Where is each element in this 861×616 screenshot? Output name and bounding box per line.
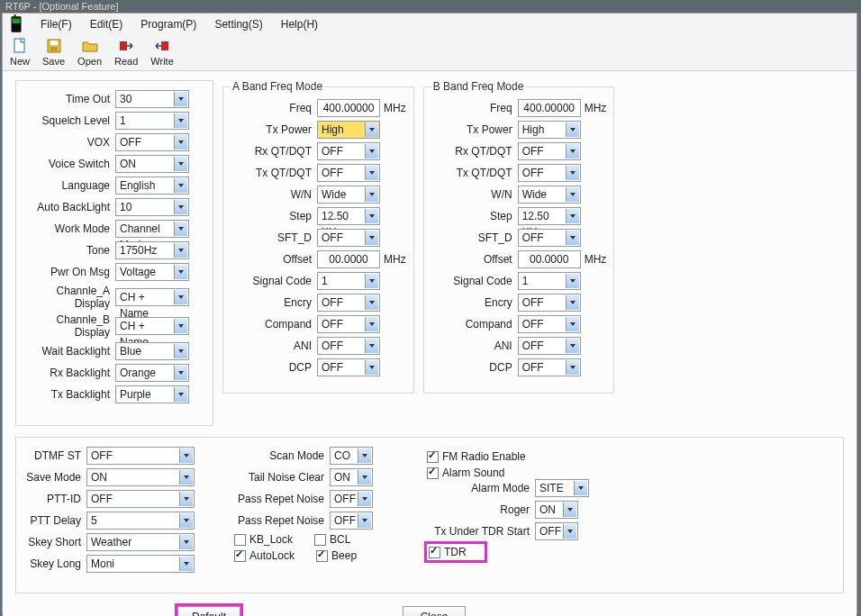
a-lbl-wn: W/N	[231, 188, 317, 201]
combo-time-out[interactable]: 30	[115, 90, 189, 108]
a-lbl-signal: Signal Code	[231, 275, 317, 287]
lbl-vox: VOX	[22, 136, 115, 149]
lbl-ptt-delay: PTT Delay	[23, 514, 86, 527]
a-combo-wn[interactable]: Wide	[317, 186, 380, 204]
b-combo-encry[interactable]: OFF	[518, 294, 581, 312]
a-combo-signal[interactable]: 1	[317, 272, 380, 290]
combo-language[interactable]: English	[115, 177, 189, 195]
combo-roger[interactable]: ON	[535, 501, 578, 519]
dialog-buttons: Default Close	[177, 606, 844, 616]
b-lbl-offset: Offset	[431, 253, 518, 266]
b-combo-tx-power[interactable]: High	[518, 121, 581, 139]
a-lbl-tx-power: Tx Power	[231, 123, 317, 136]
b-offset-input[interactable]: 00.0000	[518, 250, 581, 268]
close-button[interactable]: Close	[403, 606, 466, 616]
menu-program[interactable]: Program(P)	[131, 15, 205, 33]
b-combo-sft-d[interactable]: OFF	[518, 229, 581, 247]
b-combo-dcp[interactable]: OFF	[518, 358, 581, 376]
a-combo-ani[interactable]: OFF	[317, 337, 380, 355]
combo-save-mode[interactable]: ON	[86, 468, 195, 486]
a-lbl-sft-d: SFT_D	[231, 231, 317, 244]
combo-skey-short[interactable]: Weather	[86, 533, 195, 551]
a-combo-compand[interactable]: OFF	[317, 315, 380, 333]
combo-pass-repet2[interactable]: OFF	[330, 512, 373, 530]
combo-dtmf-st[interactable]: OFF	[86, 447, 195, 465]
default-button[interactable]: Default	[177, 606, 240, 616]
combo-pass-repet1[interactable]: OFF	[330, 490, 373, 508]
combo-rx-backlight[interactable]: Orange	[115, 364, 189, 382]
b-combo-step[interactable]: 12.50 KHz	[518, 207, 581, 225]
tool-write[interactable]: Write	[150, 37, 173, 67]
combo-alarm-mode[interactable]: SITE	[535, 479, 589, 497]
b-combo-signal[interactable]: 1	[518, 272, 581, 290]
svg-rect-5	[50, 41, 58, 45]
check-alarm-sound-lbl: Alarm Sound	[442, 467, 504, 479]
lbl-pass-repet1: Pass Repet Noise	[234, 493, 330, 505]
a-combo-rx-qt[interactable]: OFF	[317, 142, 380, 160]
combo-chan-b-display[interactable]: CH + Name	[115, 317, 189, 335]
lbl-wait-backlight: Wait Backlight	[22, 345, 115, 358]
combo-tx-tdr-start[interactable]: OFF	[535, 522, 578, 540]
combo-work-mode[interactable]: Channel Mode	[115, 220, 189, 238]
lbl-save-mode: Save Mode	[23, 471, 86, 484]
a-freq-input[interactable]: 400.00000	[317, 99, 380, 117]
a-combo-tx-qt[interactable]: OFF	[317, 164, 380, 182]
b-freq-input[interactable]: 400.00000	[518, 99, 581, 117]
check-autolock[interactable]: AutoLock	[234, 549, 295, 562]
combo-scan-mode[interactable]: CO	[330, 447, 373, 465]
a-band-group: A Band Freq Mode Freq400.00000MHz Tx Pow…	[222, 80, 414, 394]
a-combo-dcp[interactable]: OFF	[317, 358, 380, 376]
b-combo-tx-qt[interactable]: OFF	[518, 164, 581, 182]
combo-squelch[interactable]: 1	[115, 112, 189, 130]
menu-file[interactable]: File(F)	[32, 15, 81, 33]
lbl-skey-long: Skey Long	[23, 557, 86, 570]
lbl-time-out: Time Out	[22, 93, 115, 105]
check-tdr[interactable]: TDR	[427, 544, 485, 560]
check-beep-lbl: Beep	[331, 549, 357, 562]
a-combo-sft-d[interactable]: OFF	[317, 229, 380, 247]
check-beep[interactable]: Beep	[316, 549, 357, 562]
combo-tx-backlight[interactable]: Purple	[115, 385, 189, 403]
lbl-alarm-mode: Alarm Mode	[427, 482, 535, 494]
check-kb-lock[interactable]: KB_Lock	[234, 533, 293, 546]
combo-ptt-delay[interactable]: 5	[86, 512, 195, 530]
lbl-dtmf-st: DTMF ST	[23, 449, 86, 462]
b-combo-wn[interactable]: Wide	[518, 186, 581, 204]
tool-read[interactable]: Read	[114, 37, 138, 67]
tool-read-label: Read	[114, 56, 138, 67]
a-offset-input[interactable]: 00.0000	[317, 250, 380, 268]
tool-new[interactable]: New	[10, 37, 30, 67]
combo-chan-a-display[interactable]: CH + Name	[115, 288, 189, 306]
b-combo-compand[interactable]: OFF	[518, 315, 581, 333]
svg-rect-6	[50, 47, 58, 51]
combo-skey-long[interactable]: Moni	[86, 555, 195, 573]
tool-save[interactable]: Save	[42, 37, 65, 67]
b-lbl-signal: Signal Code	[431, 275, 518, 287]
check-bcl[interactable]: BCL	[314, 533, 350, 546]
menu-edit[interactable]: Edit(E)	[81, 15, 132, 33]
a-combo-encry[interactable]: OFF	[317, 294, 380, 312]
combo-tail-noise[interactable]: ON	[330, 468, 373, 486]
a-combo-tx-power[interactable]: High	[317, 121, 380, 139]
b-combo-ani[interactable]: OFF	[518, 337, 581, 355]
combo-voice-switch[interactable]: ON	[115, 155, 189, 173]
combo-pwr-on-msg[interactable]: Voltage	[115, 263, 189, 281]
check-fm-radio-lbl: FM Radio Enable	[442, 450, 526, 463]
check-fm-radio[interactable]: FM Radio Enable	[427, 450, 526, 463]
folder-open-icon	[81, 37, 99, 55]
combo-ptt-id[interactable]: OFF	[86, 490, 195, 508]
combo-auto-backlight[interactable]: 10	[115, 198, 189, 216]
lbl-auto-backlight: Auto BackLight	[22, 201, 115, 213]
combo-vox[interactable]: OFF	[115, 133, 189, 151]
tool-open[interactable]: Open	[77, 37, 102, 67]
b-lbl-compand: Compand	[431, 318, 518, 331]
a-combo-step[interactable]: 12.50 KHz	[317, 207, 380, 225]
b-combo-rx-qt[interactable]: OFF	[518, 142, 581, 160]
combo-tone[interactable]: 1750Hz	[115, 241, 189, 259]
b-lbl-dcp: DCP	[431, 361, 518, 374]
check-alarm-sound[interactable]: Alarm Sound	[427, 467, 504, 479]
menu-setting[interactable]: Setting(S)	[205, 15, 271, 33]
lbl-tail-noise: Tail Noise Clear	[234, 471, 330, 484]
menu-help[interactable]: Help(H)	[272, 15, 327, 33]
combo-wait-backlight[interactable]: Blue	[115, 342, 189, 360]
